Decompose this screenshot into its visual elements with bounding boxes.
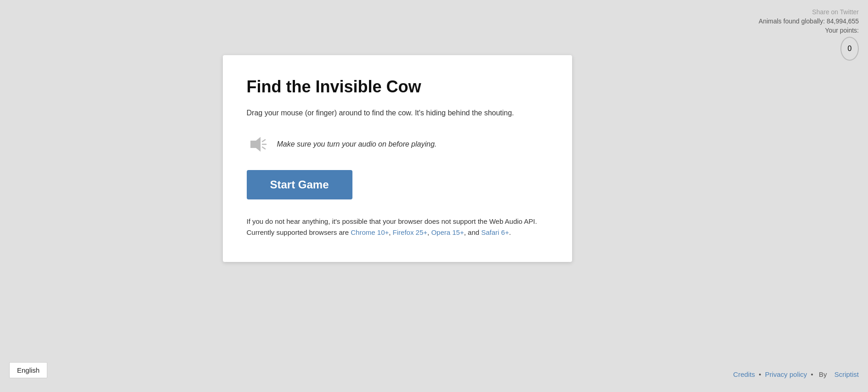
language-button[interactable]: English xyxy=(9,362,47,378)
svg-line-1 xyxy=(262,140,265,142)
points-value: 0 xyxy=(848,45,852,53)
bullet-1: • xyxy=(759,370,763,378)
animals-found-count: Animals found globally: 84,994,655 xyxy=(759,17,859,25)
svg-line-3 xyxy=(262,147,265,149)
footer-links: Credits • Privacy policy • By Scriptist xyxy=(733,370,859,378)
start-game-button[interactable]: Start Game xyxy=(247,170,352,199)
audio-notice: Make sure you turn your audio on before … xyxy=(277,140,437,148)
credits-link[interactable]: Credits xyxy=(733,370,755,378)
firefox-link[interactable]: Firefox 25+ xyxy=(393,228,427,236)
opera-link[interactable]: Opera 15+ xyxy=(431,228,464,236)
main-card: Find the Invisible Cow Drag your mouse (… xyxy=(223,55,572,262)
your-points-label: Your points: xyxy=(759,27,859,34)
author-link[interactable]: Scriptist xyxy=(834,370,859,378)
language-selector[interactable]: English xyxy=(9,362,47,378)
by-label: By xyxy=(819,370,827,378)
privacy-policy-link[interactable]: Privacy policy xyxy=(765,370,807,378)
points-display: 0 xyxy=(840,37,859,61)
speaker-icon xyxy=(247,133,269,155)
card-title: Find the Invisible Cow xyxy=(247,77,548,97)
safari-link[interactable]: Safari 6+ xyxy=(481,228,509,236)
audio-row: Make sure you turn your audio on before … xyxy=(247,133,548,155)
svg-marker-0 xyxy=(250,137,261,152)
top-right-panel: Share on Twitter Animals found globally:… xyxy=(759,8,859,61)
bullet-2: • xyxy=(811,370,815,378)
browser-notice: If you do not hear anything, it's possib… xyxy=(247,216,548,238)
card-description: Drag your mouse (or finger) around to fi… xyxy=(247,108,548,119)
share-twitter-link[interactable]: Share on Twitter xyxy=(759,8,859,16)
chrome-link[interactable]: Chrome 10+ xyxy=(351,228,389,236)
